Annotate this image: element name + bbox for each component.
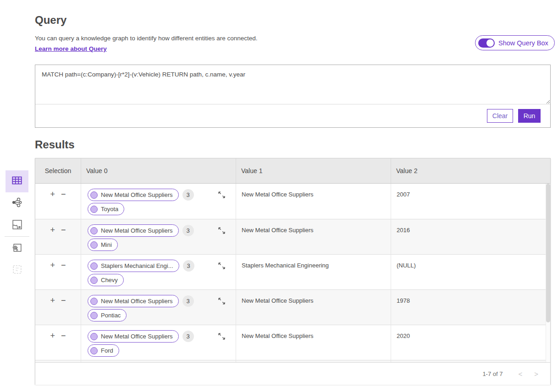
table-row: +−Staplers Mechanical Engi...3ChevyStapl… — [35, 254, 546, 289]
value2-cell: 1978 — [391, 290, 546, 328]
entity-pill[interactable]: New Metal Office Suppliers — [88, 295, 179, 307]
graph-node-icon — [90, 298, 98, 305]
expand-icon[interactable] — [218, 262, 226, 270]
add-selection-button[interactable]: + — [50, 296, 55, 305]
table-row: +−New Metal Office Suppliers3ToyotaNew M… — [35, 184, 546, 219]
path-count-badge: 3 — [183, 260, 194, 272]
entity-pill[interactable]: New Metal Office Suppliers — [88, 189, 179, 201]
table-row: +−New Metal Office Suppliers3MiniNew Met… — [35, 219, 546, 254]
toggle-switch-icon — [478, 38, 495, 48]
query-actions: Clear Run — [35, 104, 550, 127]
selection-cell: +− — [35, 184, 81, 222]
graph-node-icon — [90, 241, 98, 249]
value0-cell: Staplers Mechanical Engi...3Chevy — [81, 255, 236, 293]
column-header-value0: Value 0 — [81, 158, 236, 183]
query-input[interactable]: MATCH path=(c:Company)-[r*2]-(v:Vehicle)… — [35, 65, 550, 104]
remove-selection-button[interactable]: − — [61, 190, 66, 198]
map-icon — [12, 219, 22, 232]
table-icon — [11, 174, 23, 188]
value0-cell: New Metal Office Suppliers3Pontiac — [81, 290, 236, 328]
learn-more-link[interactable]: Learn more about Query — [35, 45, 107, 52]
value1-cell: New Metal Office Suppliers — [236, 219, 391, 258]
entity-pill-label: Pontiac — [101, 312, 121, 319]
show-query-box-toggle[interactable]: Show Query Box — [475, 35, 555, 50]
value0-cell: New Metal Office Suppliers3Mini — [81, 219, 236, 258]
value2-cell: (NULL) — [391, 255, 546, 293]
expand-icon[interactable] — [218, 191, 226, 199]
table-row: +−New Metal Office Suppliers3FordNew Met… — [35, 325, 546, 360]
chevron-left-icon[interactable]: < — [518, 370, 522, 378]
table-footer: 1-7 of 7 < > — [35, 362, 550, 385]
sidebar-item-link-chart-view[interactable] — [6, 193, 28, 214]
path-count-badge: 3 — [182, 295, 194, 307]
add-selection-button[interactable]: + — [50, 226, 55, 234]
value0-cell: New Metal Office Suppliers3Ford — [81, 325, 236, 362]
sidebar-item-new-link-chart[interactable] — [6, 238, 28, 259]
add-selection-button[interactable]: + — [50, 332, 55, 340]
sidebar-item-map-view[interactable] — [6, 215, 28, 236]
graph-node-icon — [90, 333, 98, 340]
path-count-badge: 3 — [182, 225, 194, 236]
expand-icon[interactable] — [218, 227, 226, 234]
pagination-label: 1-7 of 7 — [482, 370, 503, 377]
column-header-value2: Value 2 — [391, 158, 550, 183]
add-selection-button[interactable]: + — [50, 190, 55, 198]
page-title: Query — [35, 14, 66, 27]
results-table: Selection Value 0 Value 1 Value 2 +−New … — [35, 158, 551, 385]
entity-pill-label: New Metal Office Suppliers — [101, 333, 173, 340]
entity-pill[interactable]: Chevy — [88, 274, 124, 286]
selection-cell: +− — [35, 255, 81, 293]
remove-selection-button[interactable]: − — [61, 261, 66, 269]
expand-icon[interactable] — [218, 332, 226, 340]
table-header-row: Selection Value 0 Value 1 Value 2 — [35, 158, 550, 184]
entity-pill-label: New Metal Office Suppliers — [101, 191, 173, 198]
entity-pill-label: Toyota — [101, 206, 118, 212]
entity-pill[interactable]: Mini — [88, 239, 118, 251]
selection-cell: +− — [35, 290, 81, 328]
entity-pill[interactable]: New Metal Office Suppliers — [88, 330, 179, 343]
remove-selection-button[interactable]: − — [61, 332, 66, 340]
column-header-value1: Value 1 — [236, 158, 391, 183]
value2-cell: 2016 — [391, 219, 546, 258]
vertical-scrollbar[interactable] — [546, 184, 550, 362]
graph-node-icon — [90, 206, 98, 213]
entity-pill[interactable]: Toyota — [88, 203, 124, 215]
entity-pill[interactable]: Staplers Mechanical Engi... — [88, 260, 179, 272]
sidebar-divider — [5, 236, 29, 237]
expand-icon[interactable] — [218, 297, 226, 305]
toggle-label: Show Query Box — [498, 39, 548, 47]
path-count-badge: 3 — [182, 331, 194, 342]
dashed-selection-icon — [12, 264, 22, 277]
query-page: Query You can query a knowledge graph to… — [0, 0, 558, 392]
entity-pill-label: New Metal Office Suppliers — [101, 227, 173, 234]
entity-pill-label: New Metal Office Suppliers — [101, 298, 173, 305]
chevron-right-icon[interactable]: > — [534, 370, 538, 378]
table-body: +−New Metal Office Suppliers3ToyotaNew M… — [35, 184, 546, 362]
entity-pill-label: Mini — [101, 241, 112, 248]
graph-node-icon — [90, 277, 98, 284]
graph-node-icon — [90, 227, 98, 234]
table-row: +−New Metal Office Suppliers3PontiacNew … — [35, 289, 546, 325]
entity-pill-label: Staplers Mechanical Engi... — [101, 262, 173, 269]
sidebar-item-table-view[interactable] — [6, 170, 28, 192]
link-chart-icon — [11, 197, 22, 210]
add-selection-button[interactable]: + — [50, 261, 55, 269]
value1-cell: New Metal Office Suppliers — [236, 184, 391, 222]
entity-pill[interactable]: Pontiac — [88, 309, 127, 321]
entity-pill[interactable]: New Metal Office Suppliers — [88, 224, 179, 237]
value2-cell: 2020 — [391, 325, 546, 362]
value1-cell: New Metal Office Suppliers — [236, 290, 391, 328]
value2-cell: 2007 — [391, 184, 546, 222]
query-panel: MATCH path=(c:Company)-[r*2]-(v:Vehicle)… — [35, 65, 551, 128]
remove-selection-button[interactable]: − — [61, 226, 66, 234]
scrollbar-thumb[interactable] — [546, 184, 550, 322]
run-button[interactable]: Run — [518, 109, 541, 123]
graph-node-icon — [90, 191, 98, 199]
clear-button[interactable]: Clear — [487, 109, 513, 123]
graph-node-icon — [90, 312, 98, 319]
entity-pill[interactable]: Ford — [88, 344, 119, 357]
path-count-badge: 3 — [182, 189, 194, 201]
value0-cell: New Metal Office Suppliers3Toyota — [81, 184, 236, 222]
column-header-selection: Selection — [35, 158, 81, 183]
remove-selection-button[interactable]: − — [61, 296, 66, 305]
